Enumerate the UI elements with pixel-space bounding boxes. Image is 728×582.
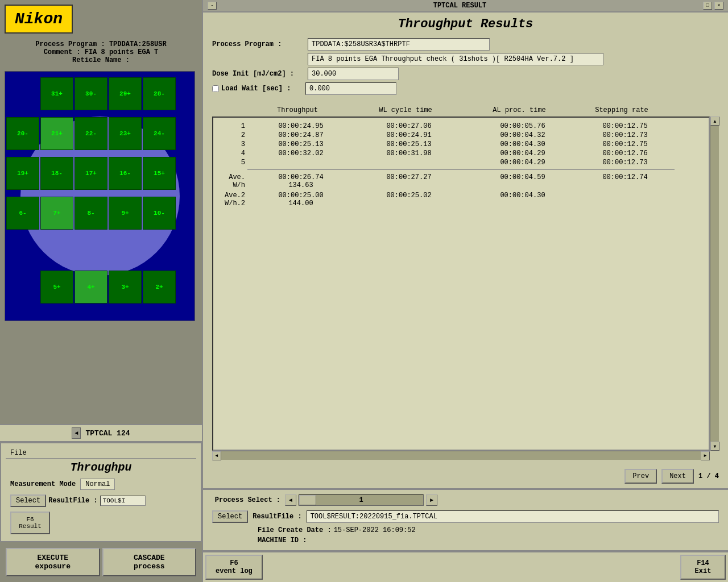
wafer-cell-4[interactable]: 4+	[75, 271, 107, 304]
f14-exit-line1: F14	[690, 559, 715, 567]
scroll-down-button[interactable]: ▼	[710, 442, 719, 451]
row-num-2: 2	[216, 131, 250, 139]
cascade-process-button[interactable]: CASCADE process	[102, 548, 197, 576]
row-num-1: 1	[216, 122, 250, 130]
wafer-cell-31[interactable]: 31+	[40, 77, 73, 110]
wafer-cell-7[interactable]: 7+	[40, 197, 73, 230]
cell-al-5: 00:00:04.29	[466, 159, 580, 167]
load-wait-checkbox-row: Load Wait [sec] :	[212, 85, 301, 93]
dose-init-value: 30.000	[308, 68, 399, 80]
wafer-cell-21[interactable]: 21+	[40, 117, 73, 150]
table-separator	[247, 169, 675, 170]
col-header-wl: WL cycle time	[349, 106, 462, 114]
machine-id-label: MACHINE ID :	[258, 537, 307, 544]
tptcal-left-arrow[interactable]: ◄	[72, 427, 81, 439]
cell-stepping-4: 00:00:12.76	[580, 149, 671, 157]
slider-left-arrow[interactable]: ◄	[285, 494, 296, 506]
ave-label: Ave.	[216, 173, 245, 181]
close-button[interactable]: ×	[714, 2, 723, 10]
ave2-labels: Ave.2 W/h.2	[216, 192, 250, 207]
wafer-cell-24[interactable]: 24-	[143, 117, 176, 150]
slider-thumb[interactable]	[299, 495, 316, 505]
next-button[interactable]: Next	[661, 469, 694, 484]
wafer-cell-22[interactable]: 22-	[75, 117, 107, 150]
form-section: Process Program : TPDDATA:$258USR3A$THRP…	[203, 36, 728, 99]
f6-event-log-line2: event log	[216, 567, 253, 575]
file-menu-bar: File	[6, 448, 196, 459]
file-menu-button[interactable]: File	[10, 449, 27, 457]
f6-event-log-button[interactable]: F6 event log	[205, 555, 263, 580]
wafer-cell-6[interactable]: 6-	[6, 197, 39, 230]
table-with-scrollbar: 1 00:00:24.95 00:00:27.06 00:00:05.76 00…	[212, 117, 719, 451]
execute-line1: EXECUTE	[16, 554, 90, 562]
comment-text: Comment : FIA 8 points EGA T	[5, 48, 197, 56]
wafer-cell-3[interactable]: 3+	[109, 271, 142, 304]
ave2-stepping-col	[580, 192, 671, 207]
select-button-left[interactable]: Select	[10, 494, 46, 507]
wafer-cell-28[interactable]: 28-	[143, 77, 176, 110]
tptcal-bar: ◄ TPTCAL 124	[0, 424, 202, 442]
wafer-cell-19[interactable]: 19+	[6, 157, 39, 190]
scroll-left-button[interactable]: ◄	[212, 451, 221, 460]
wafer-cell-30[interactable]: 30-	[75, 77, 107, 110]
select-button-right[interactable]: Select	[212, 510, 248, 523]
process-program-label: Process Program :	[212, 40, 303, 48]
f14-exit-button[interactable]: F14 Exit	[680, 555, 726, 580]
execute-exposure-button[interactable]: EXECUTE exposure	[6, 548, 100, 576]
result-file-label-left: ResultFile :	[48, 497, 97, 505]
file-create-label: File Create Date :	[258, 526, 332, 534]
process-program-text: Process Program : TPDDATA:258USR	[5, 40, 197, 48]
process-program-row: Process Program : TPDDATA:$258USR3A$THRP…	[212, 38, 719, 51]
ave2-label: Ave.2	[216, 192, 245, 199]
wafer-cell-23[interactable]: 23+	[109, 117, 142, 150]
wafer-cell-10[interactable]: 10-	[143, 197, 176, 230]
wafer-cell-29[interactable]: 29+	[109, 77, 142, 110]
result-file-value-right: TOOL$RESULT:20220915_fia.TPTCAL	[307, 510, 719, 523]
wafer-cell-18[interactable]: 18-	[40, 157, 73, 190]
cell-al-2: 00:00:04.32	[466, 131, 580, 139]
load-wait-value: 0.000	[305, 82, 396, 95]
comment-value: FIA 8 points EGA Throughput check ( 31sh…	[308, 53, 603, 65]
load-wait-label: Load Wait [sec] :	[221, 85, 301, 93]
ave-al-col: 00:00:04.59	[466, 173, 580, 189]
wafer-cell-15[interactable]: 15+	[143, 157, 176, 190]
result-title: Throughput Results	[203, 13, 728, 36]
load-wait-checkbox[interactable]	[212, 85, 219, 92]
f6-result-area: F6 Result	[6, 509, 196, 537]
horizontal-scrollbar[interactable]: ◄ ►	[212, 451, 710, 460]
prev-button[interactable]: Prev	[624, 469, 657, 484]
wafer-cell-9[interactable]: 9+	[109, 197, 142, 230]
cell-throughput-2: 00:00:24.87	[250, 131, 352, 139]
cell-stepping-2: 00:00:12.73	[580, 131, 671, 139]
data-table-container[interactable]: 1 00:00:24.95 00:00:27.06 00:00:05.76 00…	[212, 117, 710, 451]
window-title: TPTCAL RESULT	[433, 2, 487, 10]
ave-al: 00:00:04.59	[466, 173, 580, 181]
slider-track[interactable]: 1	[299, 494, 424, 506]
bottom-controls: Process Select : ◄ 1 ► Select ResultFile…	[203, 489, 728, 550]
maximize-button[interactable]: □	[703, 2, 712, 10]
wafer-cell-2[interactable]: 2+	[143, 271, 176, 304]
f14-exit-line2: Exit	[690, 567, 715, 575]
wafer-cell-16[interactable]: 16-	[109, 157, 142, 190]
scroll-up-button[interactable]: ▲	[710, 117, 719, 126]
minimize-button[interactable]: -	[208, 2, 217, 10]
ave2-throughput-col: 00:00:25.00 144.00	[250, 192, 352, 207]
vertical-scrollbar[interactable]: ▲ ▼	[710, 117, 719, 451]
wafer-cell-20[interactable]: 20-	[6, 117, 39, 150]
left-panel: Nikon Process Program : TPDDATA:258USR C…	[0, 0, 202, 582]
f6-event-log-line1: F6	[216, 559, 253, 567]
slider-right-arrow[interactable]: ►	[426, 494, 437, 506]
wh-label: W/h	[216, 181, 245, 189]
wafer-cell-17[interactable]: 17+	[75, 157, 107, 190]
file-create-value: 15-SEP-2022 16:09:52	[334, 526, 416, 534]
scroll-right-button[interactable]: ►	[701, 451, 710, 460]
ave2-throughput: 00:00:25.00	[250, 192, 352, 199]
comment-row: FIA 8 points EGA Throughput check ( 31sh…	[212, 53, 719, 65]
results-area: Throughput WL cycle time AL proc. time S…	[203, 99, 728, 464]
f6-result-button[interactable]: F6 Result	[10, 512, 50, 534]
window-controls-right: □ ×	[703, 2, 723, 10]
scroll-track[interactable]	[710, 126, 719, 442]
wafer-cell-8[interactable]: 8-	[75, 197, 107, 230]
wafer-cell-5[interactable]: 5+	[40, 271, 73, 304]
right-panel: - TPTCAL RESULT □ × Throughput Results P…	[202, 0, 728, 582]
